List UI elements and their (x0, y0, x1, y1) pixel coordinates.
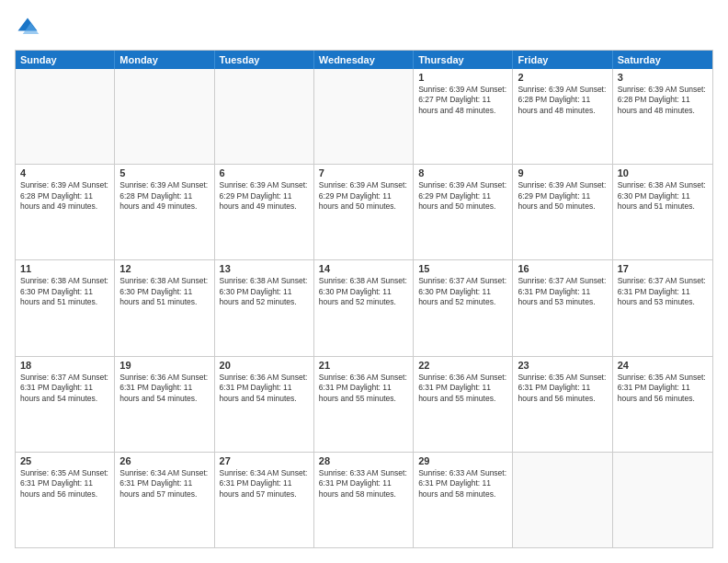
day-number: 26 (119, 455, 209, 466)
calendar-cell: 10Sunrise: 6:38 AM Sunset: 6:30 PM Dayli… (613, 165, 712, 259)
weekday-header-thursday: Thursday (414, 51, 513, 69)
calendar-cell: 5Sunrise: 6:39 AM Sunset: 6:28 PM Daylig… (115, 165, 214, 259)
day-info: Sunrise: 6:33 AM Sunset: 6:31 PM Dayligh… (418, 468, 507, 500)
calendar-cell: 7Sunrise: 6:39 AM Sunset: 6:29 PM Daylig… (314, 165, 414, 259)
calendar-cell: 22Sunrise: 6:36 AM Sunset: 6:31 PM Dayli… (414, 357, 513, 452)
calendar-cell (215, 69, 314, 164)
day-info: Sunrise: 6:37 AM Sunset: 6:31 PM Dayligh… (20, 373, 109, 404)
calendar-cell: 26Sunrise: 6:34 AM Sunset: 6:31 PM Dayli… (115, 453, 214, 547)
calendar-cell: 17Sunrise: 6:37 AM Sunset: 6:31 PM Dayli… (613, 260, 712, 355)
day-info: Sunrise: 6:36 AM Sunset: 6:31 PM Dayligh… (220, 373, 309, 404)
calendar-cell: 6Sunrise: 6:39 AM Sunset: 6:29 PM Daylig… (215, 165, 314, 259)
calendar-cell: 24Sunrise: 6:35 AM Sunset: 6:31 PM Dayli… (613, 357, 712, 452)
calendar-cell (16, 69, 115, 164)
day-number: 15 (418, 263, 507, 274)
day-info: Sunrise: 6:38 AM Sunset: 6:30 PM Dayligh… (319, 276, 408, 307)
day-info: Sunrise: 6:39 AM Sunset: 6:28 PM Dayligh… (119, 180, 209, 212)
day-info: Sunrise: 6:35 AM Sunset: 6:31 PM Dayligh… (20, 468, 109, 500)
calendar-row-4: 25Sunrise: 6:35 AM Sunset: 6:31 PM Dayli… (16, 452, 712, 547)
day-number: 28 (319, 455, 408, 466)
day-info: Sunrise: 6:37 AM Sunset: 6:31 PM Dayligh… (618, 276, 708, 307)
day-number: 18 (20, 360, 109, 371)
calendar-cell: 2Sunrise: 6:39 AM Sunset: 6:28 PM Daylig… (513, 69, 612, 164)
calendar: SundayMondayTuesdayWednesdayThursdayFrid… (15, 50, 713, 548)
calendar-cell (115, 69, 214, 164)
day-info: Sunrise: 6:38 AM Sunset: 6:30 PM Dayligh… (119, 276, 209, 307)
day-info: Sunrise: 6:39 AM Sunset: 6:28 PM Dayligh… (518, 85, 607, 116)
calendar-cell: 13Sunrise: 6:38 AM Sunset: 6:30 PM Dayli… (215, 260, 314, 355)
day-number: 6 (220, 167, 309, 178)
day-number: 23 (518, 360, 607, 371)
day-info: Sunrise: 6:39 AM Sunset: 6:29 PM Dayligh… (518, 180, 607, 212)
day-number: 9 (518, 167, 607, 178)
calendar-cell: 28Sunrise: 6:33 AM Sunset: 6:31 PM Dayli… (314, 453, 414, 547)
calendar-row-3: 18Sunrise: 6:37 AM Sunset: 6:31 PM Dayli… (16, 356, 712, 452)
day-info: Sunrise: 6:38 AM Sunset: 6:30 PM Dayligh… (220, 276, 309, 307)
day-number: 5 (119, 167, 209, 178)
day-number: 10 (618, 167, 708, 178)
calendar-cell: 18Sunrise: 6:37 AM Sunset: 6:31 PM Dayli… (16, 357, 115, 452)
day-number: 13 (220, 263, 309, 274)
day-info: Sunrise: 6:39 AM Sunset: 6:27 PM Dayligh… (418, 85, 507, 116)
calendar-cell: 3Sunrise: 6:39 AM Sunset: 6:28 PM Daylig… (613, 69, 712, 164)
day-info: Sunrise: 6:39 AM Sunset: 6:29 PM Dayligh… (319, 180, 408, 212)
header (15, 15, 713, 40)
day-info: Sunrise: 6:39 AM Sunset: 6:28 PM Dayligh… (618, 85, 708, 116)
weekday-header-monday: Monday (115, 51, 214, 69)
day-number: 21 (319, 360, 408, 371)
day-info: Sunrise: 6:37 AM Sunset: 6:31 PM Dayligh… (518, 276, 607, 307)
weekday-header-sunday: Sunday (16, 51, 115, 69)
calendar-cell: 25Sunrise: 6:35 AM Sunset: 6:31 PM Dayli… (16, 453, 115, 547)
day-info: Sunrise: 6:33 AM Sunset: 6:31 PM Dayligh… (319, 468, 408, 500)
day-info: Sunrise: 6:34 AM Sunset: 6:31 PM Dayligh… (220, 468, 309, 500)
day-number: 7 (319, 167, 408, 178)
calendar-cell (314, 69, 414, 164)
day-number: 14 (319, 263, 408, 274)
calendar-cell: 23Sunrise: 6:35 AM Sunset: 6:31 PM Dayli… (513, 357, 612, 452)
calendar-cell: 11Sunrise: 6:38 AM Sunset: 6:30 PM Dayli… (16, 260, 115, 355)
calendar-cell: 15Sunrise: 6:37 AM Sunset: 6:30 PM Dayli… (414, 260, 513, 355)
weekday-header-wednesday: Wednesday (314, 51, 414, 69)
calendar-cell: 4Sunrise: 6:39 AM Sunset: 6:28 PM Daylig… (16, 165, 115, 259)
calendar-cell (513, 453, 612, 547)
day-number: 20 (220, 360, 309, 371)
day-info: Sunrise: 6:38 AM Sunset: 6:30 PM Dayligh… (618, 180, 708, 212)
calendar-cell: 29Sunrise: 6:33 AM Sunset: 6:31 PM Dayli… (414, 453, 513, 547)
page: SundayMondayTuesdayWednesdayThursdayFrid… (0, 0, 728, 563)
day-info: Sunrise: 6:36 AM Sunset: 6:31 PM Dayligh… (418, 373, 507, 404)
calendar-row-1: 4Sunrise: 6:39 AM Sunset: 6:28 PM Daylig… (16, 164, 712, 259)
day-info: Sunrise: 6:34 AM Sunset: 6:31 PM Dayligh… (119, 468, 209, 500)
calendar-cell: 19Sunrise: 6:36 AM Sunset: 6:31 PM Dayli… (115, 357, 214, 452)
calendar-cell: 9Sunrise: 6:39 AM Sunset: 6:29 PM Daylig… (513, 165, 612, 259)
day-number: 16 (518, 263, 607, 274)
calendar-cell: 12Sunrise: 6:38 AM Sunset: 6:30 PM Dayli… (115, 260, 214, 355)
weekday-header-tuesday: Tuesday (215, 51, 314, 69)
logo (15, 15, 44, 40)
day-number: 25 (20, 455, 109, 466)
calendar-body: 1Sunrise: 6:39 AM Sunset: 6:27 PM Daylig… (16, 69, 712, 547)
calendar-cell: 16Sunrise: 6:37 AM Sunset: 6:31 PM Dayli… (513, 260, 612, 355)
calendar-cell (613, 453, 712, 547)
calendar-row-2: 11Sunrise: 6:38 AM Sunset: 6:30 PM Dayli… (16, 259, 712, 355)
day-number: 2 (518, 72, 607, 83)
day-info: Sunrise: 6:39 AM Sunset: 6:29 PM Dayligh… (220, 180, 309, 212)
day-number: 24 (618, 360, 708, 371)
day-number: 12 (119, 263, 209, 274)
day-info: Sunrise: 6:39 AM Sunset: 6:29 PM Dayligh… (418, 180, 507, 212)
calendar-header: SundayMondayTuesdayWednesdayThursdayFrid… (16, 51, 712, 69)
day-number: 8 (418, 167, 507, 178)
day-info: Sunrise: 6:36 AM Sunset: 6:31 PM Dayligh… (319, 373, 408, 404)
calendar-cell: 20Sunrise: 6:36 AM Sunset: 6:31 PM Dayli… (215, 357, 314, 452)
day-number: 19 (119, 360, 209, 371)
calendar-cell: 14Sunrise: 6:38 AM Sunset: 6:30 PM Dayli… (314, 260, 414, 355)
calendar-cell: 8Sunrise: 6:39 AM Sunset: 6:29 PM Daylig… (414, 165, 513, 259)
logo-icon (15, 15, 40, 40)
day-number: 3 (618, 72, 708, 83)
day-number: 27 (220, 455, 309, 466)
weekday-header-friday: Friday (513, 51, 612, 69)
calendar-row-0: 1Sunrise: 6:39 AM Sunset: 6:27 PM Daylig… (16, 69, 712, 164)
day-number: 1 (418, 72, 507, 83)
calendar-cell: 27Sunrise: 6:34 AM Sunset: 6:31 PM Dayli… (215, 453, 314, 547)
day-info: Sunrise: 6:36 AM Sunset: 6:31 PM Dayligh… (119, 373, 209, 404)
calendar-cell: 1Sunrise: 6:39 AM Sunset: 6:27 PM Daylig… (414, 69, 513, 164)
